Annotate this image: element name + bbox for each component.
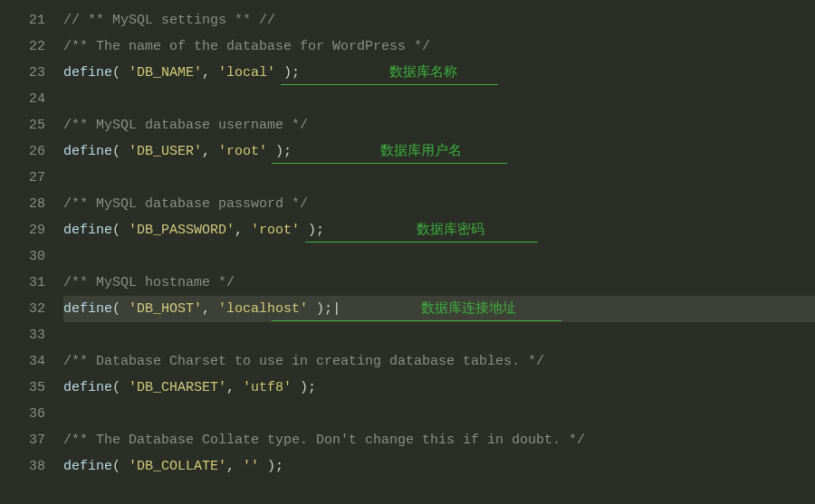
text-cursor: | bbox=[332, 301, 340, 317]
string-value: 'root' bbox=[251, 223, 300, 238]
annotation-underline bbox=[272, 163, 507, 164]
string-key: 'DB_HOST' bbox=[129, 301, 202, 317]
keyword-define: define bbox=[63, 301, 112, 317]
string-value: 'utf8' bbox=[243, 380, 292, 395]
paren: ( bbox=[112, 223, 129, 238]
code-line[interactable]: define( 'DB_COLLATE', '' ); bbox=[63, 453, 815, 480]
comment-text: /** The Database Collate type. Don't cha… bbox=[63, 433, 585, 448]
code-line[interactable]: define( 'DB_CHARSET', 'utf8' ); bbox=[63, 375, 815, 401]
paren: ) bbox=[292, 380, 308, 395]
string-key: 'DB_NAME' bbox=[129, 65, 202, 81]
comment-text: /** MySQL database username */ bbox=[63, 118, 308, 133]
paren: ( bbox=[112, 144, 129, 159]
line-number: 21 bbox=[0, 7, 45, 33]
string-value: 'localhost' bbox=[218, 301, 308, 317]
line-number: 37 bbox=[0, 427, 45, 453]
line-number: 31 bbox=[0, 270, 45, 296]
keyword-define: define bbox=[63, 459, 112, 474]
paren: ( bbox=[112, 65, 129, 81]
semicolon: ; bbox=[316, 223, 324, 238]
code-line[interactable] bbox=[63, 86, 815, 112]
semicolon: ; bbox=[308, 380, 316, 395]
code-line[interactable]: /** Database Charset to use in creating … bbox=[63, 348, 815, 375]
annotation-label: 数据库密码 bbox=[417, 217, 484, 243]
semicolon: ; bbox=[292, 65, 300, 81]
comma: , bbox=[202, 301, 218, 317]
annotation-label: 数据库连接地址 bbox=[421, 296, 516, 322]
code-area[interactable]: // ** MySQL settings ** ///** The name o… bbox=[63, 7, 815, 480]
code-line[interactable] bbox=[63, 243, 815, 270]
line-number: 25 bbox=[0, 112, 45, 138]
string-value: 'root' bbox=[218, 144, 267, 159]
string-value: '' bbox=[243, 459, 259, 474]
comment-text: // ** MySQL settings ** // bbox=[63, 13, 275, 28]
semicolon: ; bbox=[324, 301, 332, 317]
comment-text: /** The name of the database for WordPre… bbox=[63, 39, 430, 54]
annotation-underline bbox=[281, 84, 498, 85]
string-key: 'DB_USER' bbox=[129, 144, 202, 159]
code-line[interactable]: /** MySQL database username */ bbox=[63, 112, 815, 138]
code-editor[interactable]: 212223242526272829303132333435363738 // … bbox=[0, 0, 815, 480]
code-line[interactable] bbox=[63, 322, 815, 348]
paren: ) bbox=[275, 65, 292, 81]
line-number: 23 bbox=[0, 60, 45, 86]
semicolon: ; bbox=[275, 459, 283, 474]
line-number: 32 bbox=[0, 296, 45, 322]
keyword-define: define bbox=[63, 380, 112, 395]
comment-text: /** MySQL database password */ bbox=[63, 196, 308, 212]
keyword-define: define bbox=[63, 223, 112, 238]
line-number: 24 bbox=[0, 86, 45, 112]
paren: ) bbox=[308, 301, 324, 317]
line-number: 38 bbox=[0, 453, 45, 480]
line-number: 22 bbox=[0, 33, 45, 60]
string-value: 'local' bbox=[218, 65, 275, 81]
comment-text: /** MySQL hostname */ bbox=[63, 275, 235, 290]
comma: , bbox=[235, 223, 251, 238]
paren: ( bbox=[112, 301, 129, 317]
string-key: 'DB_PASSWORD' bbox=[129, 223, 235, 238]
semicolon: ; bbox=[283, 144, 292, 159]
paren: ) bbox=[259, 459, 275, 474]
code-line[interactable]: /** The name of the database for WordPre… bbox=[63, 33, 815, 60]
paren: ( bbox=[112, 380, 129, 395]
comment-text: /** Database Charset to use in creating … bbox=[63, 354, 544, 369]
comma: , bbox=[226, 459, 243, 474]
comma: , bbox=[202, 144, 218, 159]
line-number: 28 bbox=[0, 191, 45, 217]
paren: ) bbox=[267, 144, 283, 159]
line-number: 33 bbox=[0, 322, 45, 348]
line-number: 26 bbox=[0, 138, 45, 165]
annotation-underline bbox=[272, 320, 561, 321]
comma: , bbox=[202, 65, 218, 81]
line-number: 29 bbox=[0, 217, 45, 243]
keyword-define: define bbox=[63, 144, 112, 159]
string-key: 'DB_CHARSET' bbox=[129, 380, 226, 395]
code-line[interactable]: /** MySQL database password */ bbox=[63, 191, 815, 217]
line-number: 30 bbox=[0, 243, 45, 270]
code-line[interactable]: /** The Database Collate type. Don't cha… bbox=[63, 427, 815, 453]
line-number: 34 bbox=[0, 348, 45, 375]
code-line[interactable]: /** MySQL hostname */ bbox=[63, 270, 815, 296]
line-number-gutter: 212223242526272829303132333435363738 bbox=[0, 7, 63, 480]
line-number: 27 bbox=[0, 165, 45, 191]
code-line[interactable]: // ** MySQL settings ** // bbox=[63, 7, 815, 33]
comma: , bbox=[226, 380, 243, 395]
code-line[interactable] bbox=[63, 401, 815, 427]
code-line[interactable] bbox=[63, 165, 815, 191]
line-number: 35 bbox=[0, 375, 45, 401]
annotation-underline bbox=[305, 242, 538, 242]
paren: ( bbox=[112, 459, 129, 474]
string-key: 'DB_COLLATE' bbox=[129, 459, 226, 474]
paren: ) bbox=[300, 223, 316, 238]
annotation-label: 数据库用户名 bbox=[380, 138, 462, 165]
keyword-define: define bbox=[63, 65, 112, 81]
line-number: 36 bbox=[0, 401, 45, 427]
annotation-label: 数据库名称 bbox=[389, 60, 457, 86]
